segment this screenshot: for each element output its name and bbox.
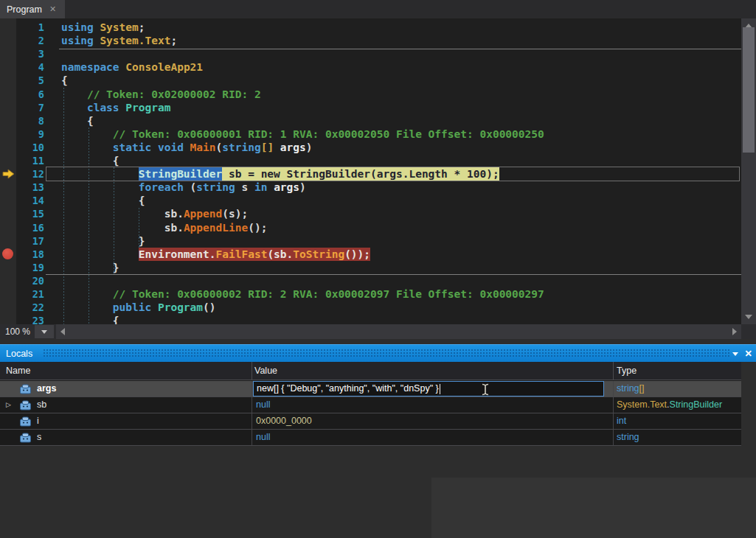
code-text: { — [61, 194, 145, 207]
code-line[interactable]: 4namespace ConsoleApp21 — [0, 60, 741, 74]
line-number: 7 — [16, 101, 44, 114]
code-line[interactable]: 18 Environment.FailFast(sb.ToString()); — [0, 248, 741, 261]
locals-row-i[interactable]: i0x0000_0000int — [0, 413, 741, 430]
code-line[interactable]: 3 — [0, 47, 741, 60]
value-text: null — [252, 432, 270, 442]
code-text: public Program() — [61, 301, 216, 314]
name-cell[interactable]: ▷sb — [0, 397, 252, 413]
column-separator[interactable] — [613, 362, 614, 380]
vertical-scrollbar[interactable] — [741, 18, 756, 324]
name-cell[interactable]: args — [0, 381, 252, 396]
value-edit-input[interactable]: new[] { "Debug", "anything", "with", "dn… — [253, 381, 604, 396]
code-line[interactable]: 21 // Token: 0x06000002 RID: 2 RVA: 0x00… — [0, 287, 741, 301]
zoom-level: 100 % — [5, 324, 30, 339]
locals-row-sb[interactable]: ▷sbnullSystem.Text.StringBuilder — [0, 397, 741, 413]
type-cell[interactable]: string — [613, 430, 741, 445]
line-number: 13 — [16, 181, 44, 194]
line-number: 6 — [16, 88, 44, 101]
code-line[interactable]: 19 } — [0, 261, 741, 274]
code-line[interactable]: 17 } — [0, 234, 741, 248]
panel-menu-icon[interactable] — [732, 352, 738, 356]
value-cell[interactable]: null — [252, 397, 613, 413]
line-number: 23 — [16, 314, 44, 324]
code-text: // Token: 0x06000001 RID: 1 RVA: 0x00002… — [61, 127, 544, 141]
column-header-value[interactable]: Value — [254, 362, 277, 380]
value-cell[interactable]: 0x0000_0000 — [252, 413, 613, 429]
line-number: 10 — [16, 141, 44, 154]
line-number: 19 — [16, 261, 44, 274]
code-line[interactable]: 1using System; — [0, 21, 741, 34]
code-line[interactable]: 2using System.Text; — [0, 34, 741, 47]
code-text: // Token: 0x06000002 RID: 2 RVA: 0x00002… — [61, 287, 544, 301]
scrollbar-thumb[interactable] — [743, 27, 755, 153]
line-number: 21 — [16, 287, 44, 301]
close-icon[interactable]: ✕ — [49, 4, 56, 14]
line-number: 1 — [16, 21, 44, 34]
variable-name: s — [37, 430, 41, 445]
column-separator[interactable] — [252, 362, 252, 380]
locals-panel-header[interactable]: Locals ✕ — [0, 344, 756, 362]
code-line[interactable]: 13 foreach (string s in args) — [0, 181, 741, 194]
code-line[interactable]: 7 class Program — [0, 101, 741, 114]
ibeam-cursor-icon — [481, 383, 490, 396]
chevron-down-icon — [41, 330, 47, 334]
code-line[interactable]: 14 { — [0, 194, 741, 207]
code-text: sb.Append(s); — [61, 207, 248, 220]
code-line[interactable]: 22 public Program() — [0, 301, 741, 314]
breakpoint-icon[interactable] — [2, 248, 13, 259]
column-header-type[interactable]: Type — [617, 362, 637, 380]
code-line[interactable]: 9 // Token: 0x06000001 RID: 1 RVA: 0x000… — [0, 127, 741, 141]
code-line[interactable]: 11 { — [0, 154, 741, 167]
code-line[interactable]: 10 static void Main(string[] args) — [0, 141, 741, 154]
watermark-band: 公众号 · 阿木.Net+Ai技术 — [431, 478, 756, 538]
variable-icon — [19, 416, 32, 429]
code-line[interactable]: 12 StringBuilder sb = new StringBuilder(… — [0, 167, 741, 181]
code-line[interactable]: 23 { — [0, 314, 741, 324]
type-cell[interactable]: string[] — [613, 381, 741, 396]
zoom-dropdown-button[interactable] — [35, 325, 54, 338]
scroll-right-arrow-icon[interactable] — [732, 328, 737, 335]
line-number: 4 — [16, 60, 44, 74]
code-text: } — [61, 234, 145, 248]
code-line[interactable]: 6 // Token: 0x02000002 RID: 2 — [0, 88, 741, 101]
current-statement-arrow-icon — [2, 169, 15, 179]
scroll-left-arrow-icon[interactable] — [60, 328, 65, 335]
type-cell[interactable]: System.Text.StringBuilder — [613, 397, 741, 413]
type-cell[interactable]: int — [613, 413, 741, 429]
name-cell[interactable]: s — [0, 430, 252, 445]
line-number: 22 — [16, 301, 44, 314]
code-text: static void Main(string[] args) — [61, 141, 313, 154]
code-line[interactable]: 15 sb.Append(s); — [0, 207, 741, 220]
scroll-down-arrow-icon[interactable] — [745, 315, 752, 319]
code-line[interactable]: 8 { — [0, 114, 741, 127]
locals-row-args[interactable]: argsnew[] { "Debug", "anything", "with",… — [0, 381, 741, 397]
code-line[interactable]: 16 sb.AppendLine(); — [0, 221, 741, 234]
dnspy-window: Program ✕ 1using System;2using System.Te… — [0, 0, 756, 538]
code-text: namespace ConsoleApp21 — [61, 60, 203, 74]
column-header-name[interactable]: Name — [6, 362, 30, 380]
code-editor[interactable]: 1using System;2using System.Text;34names… — [0, 18, 741, 324]
value-text: new[] { "Debug", "anything", "with", "dn… — [257, 381, 439, 396]
variable-icon — [19, 433, 32, 445]
value-cell[interactable]: new[] { "Debug", "anything", "with", "dn… — [252, 381, 613, 396]
line-number: 15 — [16, 207, 44, 220]
code-text: sb.AppendLine(); — [61, 221, 267, 234]
value-text: null — [252, 399, 270, 410]
tab-program[interactable]: Program ✕ — [0, 0, 65, 18]
line-number: 8 — [16, 114, 44, 127]
panel-close-icon[interactable]: ✕ — [745, 345, 752, 363]
line-number: 14 — [16, 194, 44, 207]
horizontal-scrollbar[interactable] — [56, 324, 741, 339]
line-number: 17 — [16, 234, 44, 248]
variable-name: sb — [37, 397, 46, 413]
code-line[interactable]: 5{ — [0, 74, 741, 87]
name-cell[interactable]: i — [0, 413, 252, 429]
variable-name: i — [37, 413, 39, 429]
line-number: 2 — [16, 34, 44, 47]
code-line[interactable]: 20 — [0, 274, 741, 287]
code-text: using System.Text; — [61, 34, 177, 47]
expander-icon[interactable]: ▷ — [6, 397, 11, 413]
value-cell[interactable]: null — [252, 430, 613, 445]
variable-icon — [19, 400, 32, 413]
locals-row-s[interactable]: snullstring — [0, 430, 741, 446]
